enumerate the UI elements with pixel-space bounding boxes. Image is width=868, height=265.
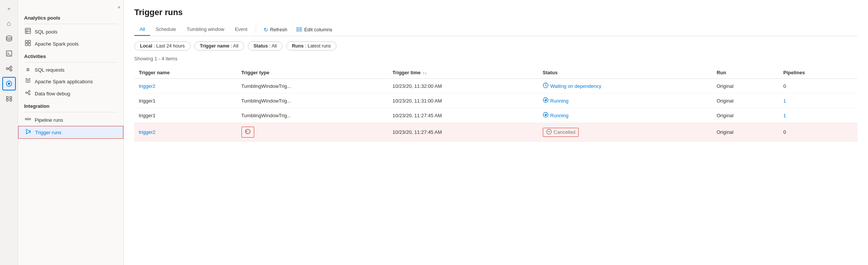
filter-status[interactable]: Status : All (248, 41, 283, 51)
tab-event[interactable]: Event (230, 23, 253, 36)
page-title: Trigger runs (134, 8, 857, 17)
svg-rect-15 (28, 43, 31, 46)
svg-rect-11 (25, 28, 31, 34)
svg-point-19 (25, 118, 27, 120)
svg-marker-21 (26, 129, 30, 134)
svg-point-4 (10, 69, 12, 71)
sidebar-item-trigger-runs[interactable]: Trigger runs (18, 126, 123, 139)
cell-status: Waiting on dependency (538, 79, 712, 93)
cell-trigger-type: TumblingWindowTrig... (237, 108, 388, 123)
sidebar-item-manage[interactable] (2, 92, 16, 106)
col-run: Run (712, 67, 779, 79)
svg-rect-8 (10, 97, 12, 98)
table-row: trigger1TumblingWindowTrig...10/23/20, 1… (134, 108, 857, 123)
icon-bar: » ⌂ (0, 0, 18, 265)
sidebar-item-develop[interactable] (2, 47, 16, 60)
status-text: Running (550, 98, 568, 104)
pipelines-link[interactable]: 1 (784, 113, 786, 118)
status-icon (543, 83, 548, 89)
status-icon (543, 97, 548, 104)
svg-point-17 (29, 90, 30, 92)
status-text: Waiting on dependency (550, 83, 601, 89)
sidebar-item-spark-pools[interactable]: Apache Spark pools (18, 38, 123, 50)
sidebar-item-pipeline-runs[interactable]: Pipeline runs (18, 114, 123, 126)
svg-rect-14 (25, 43, 28, 46)
sql-requests-icon: ≡ (24, 66, 32, 73)
filter-trigger-name[interactable]: Trigger name : All (194, 41, 244, 51)
cell-status: Running (538, 108, 712, 123)
trigger-type-outlined[interactable] (241, 127, 254, 138)
tab-schedule[interactable]: Schedule (150, 23, 181, 36)
section-activities: Activities (18, 50, 123, 61)
trigger-name-link[interactable]: trigger2 (139, 129, 155, 135)
edit-columns-action[interactable]: Edit columns (292, 25, 336, 35)
status-text: Cancelled (554, 129, 576, 135)
edit-columns-label: Edit columns (304, 27, 332, 32)
filter-time[interactable]: Local : Last 24 hours (134, 41, 190, 51)
spark-pools-label: Apache Spark pools (35, 41, 78, 47)
expand-collapse-icon[interactable]: » (2, 3, 16, 14)
sidebar-item-sql-requests[interactable]: ≡ SQL requests (18, 64, 123, 75)
refresh-label: Refresh (270, 27, 287, 32)
status-text: Running (550, 113, 568, 118)
status-outlined: Cancelled (543, 128, 579, 137)
pipelines-link[interactable]: 1 (784, 98, 786, 104)
cell-trigger-name: trigger1 (134, 108, 237, 123)
cell-status: Cancelled (538, 123, 712, 142)
sidebar-item-sql-pools[interactable]: SQL pools (18, 26, 123, 38)
cell-trigger-name: trigger2 (134, 123, 237, 142)
svg-point-3 (10, 66, 12, 68)
sidebar-item-integrate[interactable] (2, 62, 16, 75)
cell-trigger-name: trigger1 (134, 93, 237, 108)
sql-requests-label: SQL requests (35, 67, 65, 73)
cell-trigger-type: TumblingWindowTrig... (237, 79, 388, 93)
tab-tumbling-window[interactable]: Tumbling window (181, 23, 230, 36)
cell-pipelines: 0 (779, 123, 857, 142)
svg-point-26 (545, 114, 546, 115)
sql-pools-label: SQL pools (35, 29, 57, 35)
cell-trigger-time: 10/23/20, 11:32:00 AM (388, 79, 538, 93)
cell-status: Running (538, 93, 712, 108)
main-content: Trigger runs All Schedule Tumbling windo… (124, 0, 868, 265)
col-pipelines: Pipelines (779, 67, 857, 79)
sidebar-item-home[interactable]: ⌂ (2, 17, 16, 30)
cell-run: Original (712, 79, 779, 93)
table-row: trigger210/23/20, 11:27:45 AMCancelledOr… (134, 123, 857, 142)
trigger-runs-icon (25, 129, 32, 136)
sidebar-item-spark-applications[interactable]: Apache Spark applications (18, 75, 123, 87)
sidebar-collapse-button[interactable]: « (18, 3, 123, 11)
divider-2 (24, 62, 117, 63)
cell-trigger-type (237, 123, 388, 142)
data-flow-label: Data flow debug (35, 91, 70, 97)
sidebar-item-data[interactable] (2, 32, 16, 45)
status-icon (546, 129, 552, 136)
pipeline-runs-icon (24, 116, 32, 124)
svg-rect-7 (6, 97, 8, 98)
cell-run: Original (712, 123, 779, 142)
edit-columns-icon (296, 27, 302, 33)
cell-trigger-time: 10/23/20, 11:27:45 AM (388, 123, 538, 142)
col-status: Status (538, 67, 712, 79)
cell-trigger-time: 10/23/20, 11:27:45 AM (388, 108, 538, 123)
filter-bar: Local : Last 24 hours Trigger name : All… (134, 41, 857, 51)
col-trigger-time: Trigger time ↑↓ (388, 67, 538, 79)
section-analytics-pools: Analytics pools (18, 11, 123, 22)
cell-run: Original (712, 108, 779, 123)
svg-point-2 (6, 68, 8, 70)
showing-items-text: Showing 1 - 4 items (134, 56, 857, 61)
svg-point-16 (26, 92, 27, 93)
sidebar-item-data-flow-debug[interactable]: Data flow debug (18, 87, 123, 100)
svg-rect-13 (28, 40, 31, 43)
refresh-action[interactable]: ↻ Refresh (259, 25, 292, 35)
filter-runs[interactable]: Runs : Latest runs (286, 41, 337, 51)
trigger-runs-table: Trigger name Trigger type Trigger time ↑… (134, 67, 857, 142)
svg-point-24 (545, 100, 546, 101)
data-flow-icon (24, 90, 32, 97)
cell-run: Original (712, 93, 779, 108)
tab-all[interactable]: All (134, 23, 150, 36)
trigger-name-link[interactable]: trigger2 (139, 83, 155, 89)
sidebar-item-monitor[interactable] (2, 77, 16, 90)
sort-icon[interactable]: ↑↓ (423, 70, 427, 75)
svg-rect-9 (6, 99, 8, 101)
cell-trigger-type: TumblingWindowTrig... (237, 93, 388, 108)
